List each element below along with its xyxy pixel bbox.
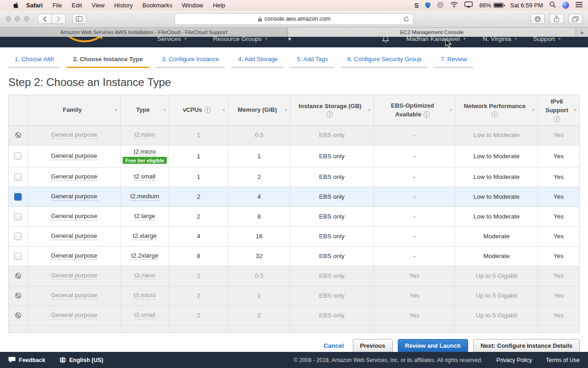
column-header-ebs[interactable]: EBS-OptimizedAvailablei▼ — [374, 95, 456, 125]
column-header-vcpus[interactable]: vCPUsi▼ — [169, 95, 228, 125]
storage-cell: EBS only — [290, 187, 374, 207]
instance-row-t3.small[interactable]: General purposet3.small22EBS onlyYesUp t… — [9, 306, 579, 326]
notification-center-icon[interactable] — [576, 2, 582, 9]
wizard-step[interactable]: 2. Choose Instance Type — [67, 53, 149, 68]
select-cell[interactable] — [9, 187, 28, 207]
pin-star-icon[interactable]: ★ — [287, 37, 292, 42]
battery-indicator[interactable]: 86% — [479, 2, 503, 9]
row-checkbox[interactable] — [14, 152, 22, 160]
menu-file[interactable]: File — [52, 2, 62, 9]
row-checkbox[interactable] — [14, 173, 22, 181]
wifi-icon[interactable] — [450, 2, 458, 9]
back-button[interactable] — [38, 14, 52, 24]
toolbar-right — [531, 14, 582, 24]
vcpus-cell: 8 — [169, 247, 228, 266]
browser-tab-2[interactable]: EC2 Management Console — [288, 28, 576, 37]
spotlight-icon[interactable] — [549, 1, 556, 9]
instance-row-t2.nano[interactable]: General purposet2.nano10.5EBS only-Low t… — [9, 126, 579, 145]
apple-icon[interactable] — [13, 2, 19, 9]
instance-row-t3.micro[interactable]: General purposet3.micro21EBS onlyYesUp t… — [9, 286, 579, 306]
select-cell[interactable] — [9, 247, 28, 266]
row-checkbox[interactable] — [14, 233, 22, 240]
previous-button[interactable]: Previous — [353, 339, 393, 352]
ipv6-cell: Yes — [538, 247, 579, 266]
ipv6-cell: Yes — [538, 266, 579, 286]
review-and-launch-button[interactable]: Review and Launch — [398, 339, 468, 352]
menubar-clock[interactable]: Sat 6:59 PM — [510, 2, 543, 9]
storage-cell: EBS only — [290, 286, 374, 305]
instance-row-t2.2xlarge[interactable]: General purposet2.2xlarge832EBS only-Mod… — [9, 247, 579, 266]
select-cell[interactable] — [9, 167, 28, 187]
info-icon[interactable]: i — [554, 116, 560, 122]
wizard-step[interactable]: 5. Add Tags — [290, 53, 334, 68]
notifications-bell-icon[interactable] — [382, 37, 389, 43]
instance-row-t2.medium[interactable]: General purposet2.medium24EBS only-Low t… — [9, 187, 579, 207]
wizard-step[interactable]: 3. Configure Instance — [156, 53, 226, 68]
column-header-ipv6[interactable]: IPv6Supporti▼ — [538, 95, 579, 125]
wizard-step[interactable]: 1. Choose AMI — [8, 53, 60, 68]
wizard-step[interactable]: 4. Add Storage — [232, 53, 284, 68]
column-header-type[interactable]: Type▼ — [121, 95, 170, 125]
new-tab-button[interactable]: + — [576, 28, 588, 37]
menu-safari[interactable]: Safari — [26, 2, 43, 9]
sort-caret-icon: ▼ — [368, 108, 371, 112]
close-window-button[interactable] — [6, 16, 11, 22]
instance-row-t3.nano[interactable]: General purposet3.nano20.5EBS onlyYesUp … — [9, 266, 579, 286]
column-header-storage[interactable]: Instance Storage (GB)i▼ — [290, 95, 374, 125]
address-bar[interactable]: console.aws.amazon.com — [175, 13, 413, 25]
nav-resource-groups[interactable]: Resource Groups▼ — [213, 37, 268, 42]
instance-row-t2.micro[interactable]: General purposet2.microFree tier eligibl… — [9, 145, 579, 167]
language-selector[interactable]: English (US) — [59, 356, 103, 363]
s-app-icon[interactable]: S — [414, 2, 418, 9]
nav-account-menu[interactable]: Madhan Kanagavel▼ — [407, 37, 466, 42]
memory-cell: 4 — [228, 187, 290, 207]
zoom-window-button[interactable] — [24, 16, 29, 22]
column-header-memory[interactable]: Memory (GiB)▼ — [228, 95, 290, 125]
siri-icon[interactable] — [562, 2, 569, 9]
row-checkbox[interactable] — [14, 213, 22, 220]
info-icon[interactable]: i — [492, 111, 498, 118]
column-header-network[interactable]: Network Performancei▼ — [455, 95, 538, 125]
menu-window[interactable]: Window — [182, 2, 203, 9]
downloads-button[interactable] — [531, 14, 545, 24]
radar-icon[interactable] — [437, 1, 444, 10]
nav-support-menu[interactable]: Support▼ — [533, 37, 561, 42]
minimize-window-button[interactable] — [15, 16, 20, 22]
menu-edit[interactable]: Edit — [72, 2, 82, 9]
aws-nav-bar: Services▼ Resource Groups▼ ★ Madhan Kana… — [0, 37, 588, 47]
airplay-icon[interactable] — [464, 1, 473, 9]
nav-services[interactable]: Services▼ — [157, 37, 187, 42]
aws-logo[interactable] — [64, 37, 104, 45]
instance-row-t2.small[interactable]: General purposet2.small12EBS only-Low to… — [9, 167, 579, 187]
tab-overview-button[interactable] — [568, 14, 582, 24]
shield-icon[interactable] — [425, 2, 430, 9]
sidebar-button[interactable] — [72, 14, 86, 24]
menu-view[interactable]: View — [92, 2, 105, 9]
wizard-step[interactable]: 7. Review — [434, 53, 473, 68]
instance-row-t2.xlarge[interactable]: General purposet2.xlarge416EBS only-Mode… — [9, 227, 579, 247]
privacy-policy-link[interactable]: Privacy Policy — [497, 357, 532, 363]
menu-bookmarks[interactable]: Bookmarks — [142, 2, 172, 9]
share-button[interactable] — [549, 14, 564, 24]
select-cell[interactable] — [9, 145, 28, 167]
menu-history[interactable]: History — [114, 2, 132, 9]
next-configure-button[interactable]: Next: Configure Instance Details — [473, 339, 580, 352]
cancel-button[interactable]: Cancel — [323, 342, 344, 349]
column-header-family[interactable]: Family▼ — [28, 95, 121, 125]
row-checkbox[interactable] — [14, 253, 22, 260]
feedback-button[interactable]: Feedback — [8, 356, 45, 363]
menu-help[interactable]: Help — [213, 2, 225, 9]
forward-button[interactable] — [51, 14, 66, 24]
info-icon[interactable]: i — [424, 111, 430, 118]
terms-of-use-link[interactable]: Terms of Use — [546, 357, 580, 363]
reload-button[interactable] — [403, 16, 409, 22]
instance-row-t2.large[interactable]: General purposet2.large28EBS only-Low to… — [9, 207, 579, 227]
info-icon[interactable]: i — [204, 107, 211, 113]
row-checkbox[interactable] — [14, 193, 22, 201]
info-icon[interactable]: i — [327, 111, 333, 118]
wizard-step[interactable]: 6. Configure Security Group — [341, 53, 428, 68]
select-cell[interactable] — [9, 207, 28, 226]
browser-tab-1[interactable]: Amazon Web Services AWS Installation - F… — [0, 28, 288, 37]
select-cell[interactable] — [9, 227, 28, 246]
nav-region-menu[interactable]: N. Virginia▼ — [483, 37, 518, 42]
